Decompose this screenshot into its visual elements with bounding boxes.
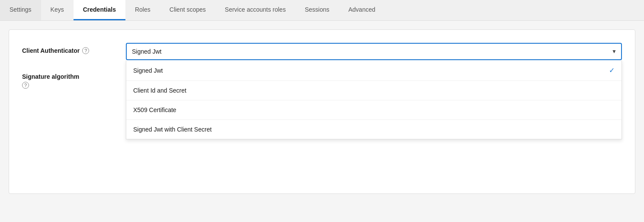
- tab-advanced[interactable]: Advanced: [339, 0, 384, 20]
- signature-algorithm-label-text: Signature algorithm: [22, 73, 79, 80]
- credentials-card: Client Authenticator ? Signed Jwt Client…: [9, 29, 635, 194]
- dropdown-item-label: Client Id and Secret: [133, 87, 186, 94]
- tab-credentials[interactable]: Credentials: [74, 0, 125, 20]
- tab-roles[interactable]: Roles: [125, 0, 160, 20]
- client-authenticator-control: Signed Jwt Client Id and Secret X509 Cer…: [126, 43, 622, 60]
- client-authenticator-select[interactable]: Signed Jwt Client Id and Secret X509 Cer…: [126, 43, 622, 60]
- signature-algorithm-help-icon[interactable]: ?: [22, 82, 29, 89]
- client-authenticator-label-text: Client Authenticator: [22, 47, 80, 54]
- tab-sessions[interactable]: Sessions: [295, 0, 339, 20]
- dropdown-item-label: Signed Jwt with Client Secret: [133, 126, 211, 133]
- dropdown-item-label: Signed Jwt: [133, 67, 163, 74]
- main-content: Client Authenticator ? Signed Jwt Client…: [0, 21, 644, 203]
- tab-keys[interactable]: Keys: [41, 0, 74, 20]
- dropdown-item-client-id-secret[interactable]: Client Id and Secret: [126, 81, 622, 100]
- client-authenticator-help-icon[interactable]: ?: [82, 47, 89, 54]
- client-authenticator-row: Client Authenticator ? Signed Jwt Client…: [22, 43, 622, 60]
- check-icon: ✓: [609, 66, 615, 74]
- tab-client-scopes[interactable]: Client scopes: [160, 0, 215, 20]
- dropdown-item-signed-jwt[interactable]: Signed Jwt ✓: [126, 60, 622, 81]
- tab-settings[interactable]: Settings: [0, 0, 41, 20]
- tab-service-accounts-roles[interactable]: Service accounts roles: [215, 0, 295, 20]
- dropdown-menu: Signed Jwt ✓ Client Id and Secret X509 C…: [126, 60, 622, 139]
- dropdown-item-x509[interactable]: X509 Certificate: [126, 100, 622, 120]
- dropdown-item-signed-jwt-client-secret[interactable]: Signed Jwt with Client Secret: [126, 120, 622, 139]
- tab-bar: Settings Keys Credentials Roles Client s…: [0, 0, 644, 21]
- dropdown-item-label: X509 Certificate: [133, 106, 176, 113]
- signature-algorithm-label: Signature algorithm ?: [22, 69, 126, 89]
- client-authenticator-label: Client Authenticator ?: [22, 43, 126, 54]
